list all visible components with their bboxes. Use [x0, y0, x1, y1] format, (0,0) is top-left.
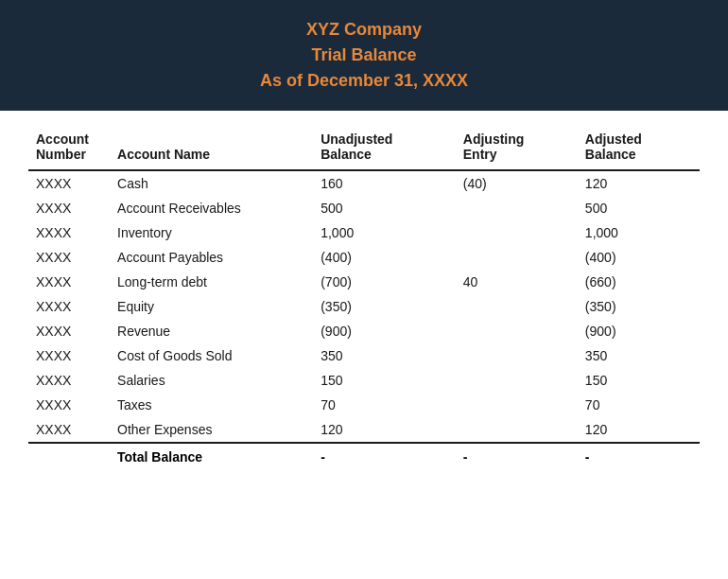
table-container: Account Number Account Name Unadjusted B… — [0, 111, 728, 480]
cell-adj-bal: 120 — [578, 170, 700, 196]
cell-unadj: 350 — [313, 343, 456, 368]
cell-unadj: 160 — [313, 170, 456, 196]
cell-adj-bal: 70 — [578, 393, 700, 417]
table-row: XXXXRevenue(900)(900) — [28, 319, 700, 343]
cell-acct-num: XXXX — [28, 196, 110, 220]
cell-acct-name: Salaries — [110, 368, 313, 393]
table-row: XXXXTaxes7070 — [28, 393, 700, 417]
total-acct-num — [28, 443, 110, 470]
report-header: XYZ Company Trial Balance As of December… — [0, 0, 728, 111]
table-header-row: Account Number Account Name Unadjusted B… — [28, 128, 700, 170]
cell-acct-num: XXXX — [28, 393, 110, 417]
total-adj-bal: - — [578, 443, 700, 470]
cell-unadj: 1,000 — [313, 220, 456, 245]
cell-adj-bal: 150 — [578, 368, 700, 393]
cell-acct-num: XXXX — [28, 245, 110, 270]
col-header-adj-entry: Adjusting Entry — [456, 128, 578, 170]
table-row: XXXXCash160(40)120 — [28, 170, 700, 196]
cell-acct-name: Equity — [110, 294, 313, 319]
col-header-acct-name: Account Name — [110, 128, 313, 170]
cell-acct-name: Long-term debt — [110, 270, 313, 294]
cell-unadj: (400) — [313, 245, 456, 270]
cell-acct-num: XXXX — [28, 220, 110, 245]
cell-unadj: (900) — [313, 319, 456, 343]
table-row: XXXXAccount Receivables500500 — [28, 196, 700, 220]
cell-adj-entry — [456, 245, 578, 270]
cell-adj-bal: 1,000 — [578, 220, 700, 245]
cell-unadj: 70 — [313, 393, 456, 417]
cell-acct-num: XXXX — [28, 417, 110, 443]
cell-adj-entry: (40) — [456, 170, 578, 196]
cell-adj-entry — [456, 343, 578, 368]
table-row: XXXXOther Expenses120120 — [28, 417, 700, 443]
cell-acct-name: Inventory — [110, 220, 313, 245]
cell-adj-entry — [456, 393, 578, 417]
cell-unadj: (350) — [313, 294, 456, 319]
report-date: As of December 31, XXXX — [19, 68, 709, 94]
total-label: Total Balance — [110, 443, 313, 470]
total-adj-entry: - — [456, 443, 578, 470]
cell-unadj: 120 — [313, 417, 456, 443]
cell-acct-num: XXXX — [28, 368, 110, 393]
cell-acct-num: XXXX — [28, 319, 110, 343]
cell-adj-bal: 350 — [578, 343, 700, 368]
total-unadj: - — [313, 443, 456, 470]
cell-adj-bal: (660) — [578, 270, 700, 294]
cell-acct-name: Cash — [110, 170, 313, 196]
cell-unadj: (700) — [313, 270, 456, 294]
table-row: XXXXAccount Payables(400)(400) — [28, 245, 700, 270]
cell-acct-num: XXXX — [28, 343, 110, 368]
cell-adj-entry — [456, 319, 578, 343]
col-header-unadj: Unadjusted Balance — [313, 128, 456, 170]
cell-acct-num: XXXX — [28, 270, 110, 294]
cell-adj-entry: 40 — [456, 270, 578, 294]
cell-acct-name: Account Receivables — [110, 196, 313, 220]
report-title: Trial Balance — [19, 43, 709, 68]
cell-unadj: 150 — [313, 368, 456, 393]
table-row: XXXXCost of Goods Sold350350 — [28, 343, 700, 368]
cell-acct-num: XXXX — [28, 170, 110, 196]
cell-adj-bal: 120 — [578, 417, 700, 443]
table-row: XXXXEquity(350)(350) — [28, 294, 700, 319]
cell-adj-bal: 500 — [578, 196, 700, 220]
col-header-adj-bal: Adjusted Balance — [578, 128, 700, 170]
total-row: Total Balance - - - — [28, 443, 700, 470]
trial-balance-table: Account Number Account Name Unadjusted B… — [28, 128, 700, 470]
col-header-acct-num: Account Number — [28, 128, 110, 170]
cell-adj-entry — [456, 196, 578, 220]
cell-adj-entry — [456, 294, 578, 319]
company-name: XYZ Company — [19, 17, 709, 43]
cell-acct-name: Taxes — [110, 393, 313, 417]
cell-adj-bal: (400) — [578, 245, 700, 270]
cell-acct-name: Other Expenses — [110, 417, 313, 443]
cell-adj-entry — [456, 220, 578, 245]
table-row: XXXXLong-term debt(700)40(660) — [28, 270, 700, 294]
table-row: XXXXInventory1,0001,000 — [28, 220, 700, 245]
cell-unadj: 500 — [313, 196, 456, 220]
cell-adj-entry — [456, 417, 578, 443]
cell-acct-name: Cost of Goods Sold — [110, 343, 313, 368]
cell-acct-num: XXXX — [28, 294, 110, 319]
cell-adj-entry — [456, 368, 578, 393]
cell-acct-name: Account Payables — [110, 245, 313, 270]
table-row: XXXXSalaries150150 — [28, 368, 700, 393]
cell-adj-bal: (350) — [578, 294, 700, 319]
cell-acct-name: Revenue — [110, 319, 313, 343]
cell-adj-bal: (900) — [578, 319, 700, 343]
